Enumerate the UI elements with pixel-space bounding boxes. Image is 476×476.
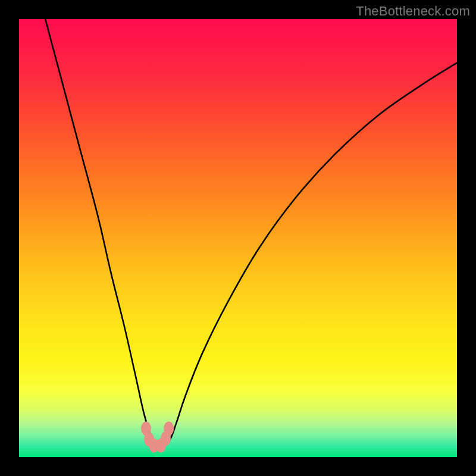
bottleneck-curve	[45, 19, 457, 448]
curve-marker	[164, 421, 174, 436]
marker-group	[141, 421, 174, 453]
plot-area	[19, 19, 457, 457]
curve-layer	[19, 19, 457, 457]
watermark-text: TheBottleneck.com	[356, 4, 470, 19]
chart-frame: TheBottleneck.com	[0, 0, 476, 476]
